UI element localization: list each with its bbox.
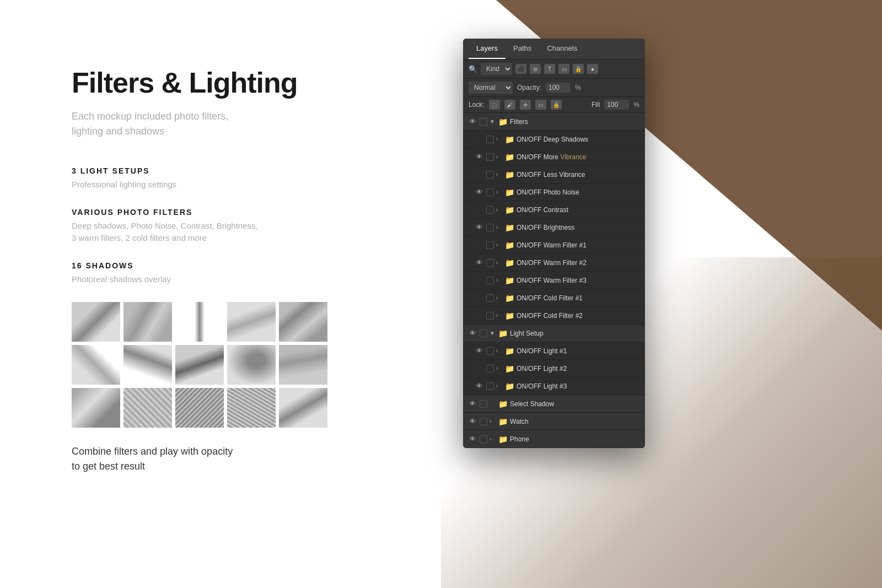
- effect-filter-icon[interactable]: ●: [587, 64, 598, 74]
- eye-icon[interactable]: 👁: [467, 417, 477, 427]
- chevron-icon[interactable]: ›: [496, 277, 503, 283]
- layer-warm-filter-1[interactable]: › 📁 ON/OFF Warm Filter #1: [463, 236, 645, 254]
- tab-paths[interactable]: Paths: [505, 39, 539, 59]
- eye-icon[interactable]: 👁: [474, 346, 484, 356]
- visibility-checkbox[interactable]: [486, 259, 494, 267]
- chevron-icon[interactable]: ▼: [490, 118, 496, 125]
- kind-select[interactable]: Kind: [481, 63, 512, 75]
- layer-warm-filter-2[interactable]: 👁 › 📁 ON/OFF Warm Filter #2: [463, 254, 645, 272]
- visibility-checkbox[interactable]: [486, 241, 494, 249]
- visibility-checkbox[interactable]: [486, 312, 494, 320]
- visibility-checkbox[interactable]: [480, 330, 487, 337]
- layer-light-1[interactable]: 👁 › 📁 ON/OFF Light #1: [463, 342, 645, 360]
- visibility-checkbox[interactable]: [480, 118, 487, 126]
- eye-icon[interactable]: [474, 240, 484, 250]
- chevron-icon[interactable]: ›: [496, 154, 503, 160]
- folder-icon: 📁: [498, 329, 508, 338]
- chevron-icon[interactable]: ›: [496, 348, 503, 354]
- chevron-icon[interactable]: ›: [496, 207, 503, 213]
- layer-cold-filter-1[interactable]: › 📁 ON/OFF Cold Filter #1: [463, 289, 645, 307]
- chevron-icon[interactable]: ›: [496, 224, 503, 230]
- eye-icon[interactable]: 👁: [467, 328, 477, 338]
- eye-icon[interactable]: 👁: [474, 152, 484, 162]
- layer-light-setup-group[interactable]: 👁 ▼ 📁 Light Setup: [463, 325, 645, 342]
- chevron-icon[interactable]: ›: [490, 436, 496, 442]
- lock-paint-icon[interactable]: 🖌: [504, 100, 515, 110]
- chevron-icon[interactable]: ›: [496, 242, 503, 248]
- visibility-checkbox[interactable]: [486, 136, 494, 143]
- eye-icon[interactable]: [474, 170, 484, 180]
- lock-all-icon[interactable]: 🔒: [551, 100, 562, 110]
- tab-layers[interactable]: Layers: [469, 39, 505, 59]
- chevron-icon[interactable]: ›: [496, 295, 503, 301]
- eye-icon[interactable]: 👁: [467, 117, 477, 127]
- chevron-icon[interactable]: ›: [496, 312, 503, 319]
- layer-deep-shadows[interactable]: › 📁 ON/OFF Deep Shadows: [463, 131, 645, 148]
- chevron-icon[interactable]: ▼: [490, 330, 496, 336]
- shape-filter-icon[interactable]: ▭: [558, 64, 569, 74]
- opacity-input[interactable]: [546, 83, 571, 93]
- chevron-icon[interactable]: ›: [496, 171, 503, 177]
- lock-artboard-icon[interactable]: ▭: [535, 100, 546, 110]
- visibility-checkbox[interactable]: [480, 400, 487, 408]
- eye-icon[interactable]: [474, 205, 484, 215]
- shadow-thumb-11: [72, 388, 120, 428]
- eye-icon[interactable]: [474, 134, 484, 144]
- eye-icon[interactable]: [474, 276, 484, 285]
- eye-icon[interactable]: 👁: [474, 223, 484, 233]
- ps-layers-list[interactable]: 👁 ▼ 📁 Filters › 📁 ON/OFF Deep Shadows 👁 …: [463, 113, 645, 448]
- chevron-icon[interactable]: ›: [496, 365, 503, 371]
- visibility-checkbox[interactable]: [486, 277, 494, 284]
- layer-phone-group[interactable]: 👁 › 📁 Phone: [463, 430, 645, 448]
- chevron-icon[interactable]: ›: [496, 136, 503, 142]
- layer-warm-filter-3[interactable]: › 📁 ON/OFF Warm Filter #3: [463, 272, 645, 289]
- visibility-checkbox[interactable]: [486, 347, 494, 355]
- layer-cold-filter-2[interactable]: › 📁 ON/OFF Cold Filter #2: [463, 307, 645, 325]
- visibility-checkbox[interactable]: [486, 365, 494, 373]
- eye-icon[interactable]: 👁: [474, 258, 484, 268]
- eye-icon[interactable]: [474, 293, 484, 303]
- layer-light-3[interactable]: 👁 › 📁 ON/OFF Light #3: [463, 377, 645, 395]
- layer-less-vibrance[interactable]: › 📁 ON/OFF Less Vibrance: [463, 166, 645, 184]
- visibility-checkbox[interactable]: [480, 435, 487, 443]
- chevron-icon[interactable]: ›: [496, 260, 503, 266]
- layer-contrast[interactable]: › 📁 ON/OFF Contrast: [463, 201, 645, 219]
- layer-filters-group[interactable]: 👁 ▼ 📁 Filters: [463, 113, 645, 131]
- chevron-icon[interactable]: ›: [496, 189, 503, 195]
- layer-watch-group[interactable]: 👁 › 📁 Watch: [463, 413, 645, 430]
- layer-light-2[interactable]: › 📁 ON/OFF Light #2: [463, 360, 645, 377]
- visibility-checkbox[interactable]: [486, 224, 494, 231]
- layer-name: ON/OFF Light #3: [517, 382, 641, 390]
- fill-input[interactable]: [604, 100, 629, 110]
- visibility-checkbox[interactable]: [486, 382, 494, 390]
- lock-pixels-icon[interactable]: ⬚: [489, 100, 500, 110]
- visibility-checkbox[interactable]: [480, 418, 487, 425]
- smart-filter-icon[interactable]: 🔒: [573, 64, 584, 74]
- adjustment-filter-icon[interactable]: ⊘: [530, 64, 541, 74]
- tab-channels[interactable]: Channels: [539, 39, 585, 59]
- chevron-icon[interactable]: ›: [490, 418, 496, 424]
- visibility-checkbox[interactable]: [486, 171, 494, 179]
- layer-brightness[interactable]: 👁 › 📁 ON/OFF Brightness: [463, 219, 645, 236]
- main-title: Filters & Lighting: [72, 66, 430, 99]
- visibility-checkbox[interactable]: [486, 153, 494, 161]
- eye-icon[interactable]: [474, 311, 484, 321]
- chevron-icon[interactable]: ›: [496, 383, 503, 389]
- eye-icon[interactable]: 👁: [467, 434, 477, 444]
- eye-icon[interactable]: 👁: [474, 381, 484, 391]
- layer-photo-noise[interactable]: 👁 › 📁 ON/OFF Photo Noise: [463, 184, 645, 201]
- eye-icon[interactable]: 👁: [474, 187, 484, 197]
- layer-more-vibrance[interactable]: 👁 › 📁 ON/OFF More Vibrance: [463, 148, 645, 166]
- text-filter-icon[interactable]: T: [544, 64, 555, 74]
- layer-select-shadow-group[interactable]: 👁 📁 Select Shadow: [463, 395, 645, 413]
- eye-icon[interactable]: 👁: [467, 399, 477, 409]
- image-filter-icon[interactable]: ⬛: [515, 64, 526, 74]
- folder-icon: 📁: [505, 311, 514, 320]
- visibility-checkbox[interactable]: [486, 206, 494, 214]
- lock-move-icon[interactable]: ✛: [520, 100, 531, 110]
- eye-icon[interactable]: [474, 364, 484, 374]
- visibility-checkbox[interactable]: [486, 294, 494, 302]
- visibility-checkbox[interactable]: [486, 188, 494, 196]
- blend-mode-select[interactable]: Normal: [469, 82, 513, 94]
- shadow-thumb-1: [72, 302, 120, 342]
